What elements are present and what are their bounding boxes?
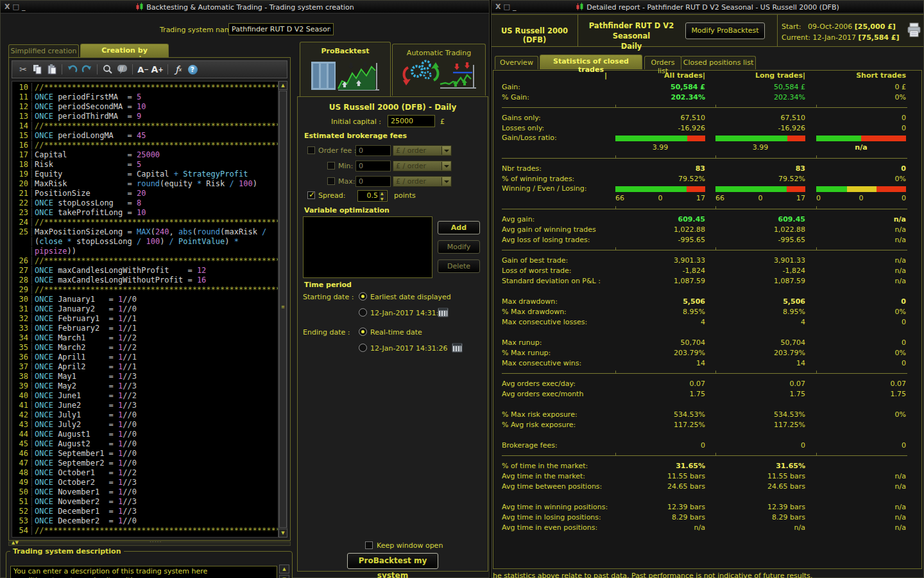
- add-variable-button[interactable]: Add: [438, 221, 480, 234]
- code-line: 38ONCE May1 = 1//3: [12, 372, 278, 381]
- statistics-table: |All trades|Long trades|Short tradesGain…: [493, 70, 922, 569]
- undo-icon[interactable]: [65, 62, 80, 76]
- chevron-down-icon[interactable]: [441, 146, 450, 155]
- cut-icon[interactable]: ✂: [16, 62, 30, 76]
- run-probacktest-button[interactable]: ProBacktest my system: [347, 553, 438, 569]
- order-fee-checkbox[interactable]: [307, 146, 315, 154]
- report-tab-closed-positions-list[interactable]: Closed positions list: [681, 56, 756, 69]
- varopt-listbox[interactable]: [303, 216, 432, 278]
- code-line: 11ONCE periodFirstMA = 5: [12, 92, 278, 102]
- code-line: 22ONCE stopLossLong = 8: [12, 198, 278, 208]
- starting-date-radio[interactable]: [359, 308, 367, 317]
- description-scroll-down-icon[interactable]: ▼: [279, 575, 289, 578]
- spinner-icon[interactable]: [379, 191, 386, 200]
- stat-row: Max consecutive wins:14140: [493, 358, 921, 369]
- scroll-down-icon[interactable]: ▼: [278, 529, 287, 538]
- ending-date-radio[interactable]: [359, 344, 367, 352]
- function-icon[interactable]: ƒx: [171, 62, 185, 76]
- description-scroll-up-icon[interactable]: ▲: [279, 565, 289, 574]
- delete-variable-button[interactable]: Delete: [438, 259, 480, 273]
- report-tab-statistics-of-closed-trades[interactable]: Statistics of closed trades: [540, 55, 642, 69]
- keep-window-checkbox[interactable]: [365, 541, 373, 549]
- ratio-bar: [615, 186, 705, 192]
- tab-automatic-trading[interactable]: Automatic Trading: [392, 44, 486, 96]
- min-fee-unit-select[interactable]: £ / order: [393, 161, 452, 171]
- max-fee-unit-select[interactable]: £ / order: [393, 176, 452, 187]
- left-titlebar: X□_ Backtesting & Automatic Trading - Tr…: [1, 1, 489, 13]
- code-line: 12ONCE periodSecondMA = 10: [12, 102, 278, 112]
- stat-value: 24.65 bars: [715, 482, 805, 491]
- scroll-thumb[interactable]: ≡: [279, 91, 287, 528]
- time-period-title: Time period: [304, 281, 352, 289]
- code-line: 35ONCE March2 = 1//2: [12, 343, 278, 353]
- stat-row: Losses only:-16,926-16,9260: [493, 123, 921, 134]
- code-line: 33ONCE February2 = 1//1: [12, 324, 278, 333]
- stat-row: % Max drawdown:8.95%8.95%0%: [493, 307, 921, 317]
- report-tab-orders-list[interactable]: Orders list: [644, 56, 681, 69]
- tab-simplified-creation[interactable]: Simplified creation: [8, 44, 79, 57]
- stat-value: -16,926: [715, 124, 805, 132]
- decrease-font-icon[interactable]: A−: [136, 62, 150, 76]
- calendar-icon[interactable]: [438, 308, 449, 317]
- stat-value: 1,087.59: [615, 277, 705, 285]
- code-editor-panel: ✂ // A− A+ ƒx ? 10//********************…: [8, 57, 291, 541]
- modify-variable-button[interactable]: Modify: [438, 240, 480, 254]
- stat-value: 0.07: [715, 380, 805, 388]
- scroll-up-icon[interactable]: ▲: [278, 81, 287, 90]
- spread-input[interactable]: 0.5: [357, 190, 388, 202]
- min-fee-input[interactable]: [355, 161, 391, 171]
- column-header: Short trades: [816, 71, 906, 80]
- tab-creation-by-programming[interactable]: Creation by programming: [80, 44, 169, 57]
- stat-row: Loss of worst trade:-1,824-1,824n/a: [493, 266, 921, 276]
- modify-probacktest-button[interactable]: Modify ProBacktest: [685, 22, 765, 39]
- description-textarea[interactable]: You can enter a description of this trad…: [10, 566, 277, 578]
- order-fee-unit-select[interactable]: £ / order: [393, 145, 452, 156]
- splitter-arrows-icon[interactable]: ▲▼: [12, 540, 19, 545]
- splitter-handle[interactable]: ▲▼ ·····: [8, 541, 291, 546]
- stat-row: Avg time between positions:24.65 bars24.…: [493, 482, 921, 492]
- code-line: 46ONCE September1 = 1//0: [12, 449, 278, 459]
- order-fee-input[interactable]: [355, 145, 391, 156]
- initial-capital-input[interactable]: [388, 115, 435, 127]
- report-tab-overview[interactable]: Overview: [495, 56, 538, 69]
- code-line: 15ONCE periodLongMA = 45: [12, 131, 278, 141]
- print-icon[interactable]: [907, 22, 921, 40]
- stat-value: n/a: [816, 267, 906, 275]
- tab-probacktest[interactable]: ProBacktest: [300, 42, 391, 97]
- system-name-input[interactable]: [228, 23, 334, 35]
- stat-value: 0.07: [816, 380, 906, 388]
- editor-scrollbar[interactable]: ▲ ≡ ▼: [278, 81, 287, 538]
- paste-icon[interactable]: [44, 62, 58, 76]
- ending-realtime-label: Real-time date: [370, 328, 422, 337]
- code-line: 28ONCE maxCandlesLongWithoutProfit = 16: [12, 276, 278, 285]
- redo-icon[interactable]: [80, 62, 94, 76]
- stat-value: 4: [615, 318, 705, 326]
- comment-icon[interactable]: //: [115, 62, 129, 76]
- stat-value: 0%: [816, 349, 906, 357]
- stat-value: n/a: [816, 503, 906, 511]
- stat-value: 203.79%: [715, 349, 805, 357]
- ratio-bar: [816, 186, 906, 192]
- max-fee-input[interactable]: [355, 176, 391, 187]
- calendar-icon[interactable]: [452, 343, 463, 353]
- increase-font-icon[interactable]: A+: [150, 62, 164, 76]
- code-editor[interactable]: 10//************************************…: [12, 81, 278, 538]
- stat-value: 1.75: [615, 390, 705, 398]
- backtesting-window: X□_ Backtesting & Automatic Trading - Tr…: [0, 0, 490, 578]
- stat-row: Gains only:67,51067,5100: [493, 113, 921, 123]
- spread-checkbox[interactable]: [307, 191, 315, 199]
- chevron-down-icon[interactable]: [441, 162, 450, 170]
- search-icon[interactable]: [101, 62, 115, 76]
- max-fee-checkbox[interactable]: [327, 177, 335, 185]
- probacktest-content: US Russell 2000 (DFB) - Daily Initial ca…: [297, 96, 488, 572]
- ending-realtime-radio[interactable]: [359, 328, 367, 336]
- svg-text://: //: [119, 66, 123, 72]
- copy-icon[interactable]: [30, 62, 44, 76]
- stat-value: 0%: [816, 175, 906, 183]
- help-icon[interactable]: ?: [185, 62, 200, 76]
- stat-bar-row: Winning / Even / Losing:: [493, 184, 921, 193]
- starting-earliest-radio[interactable]: [359, 292, 367, 301]
- chevron-down-icon[interactable]: [441, 177, 450, 186]
- min-fee-checkbox[interactable]: [327, 162, 335, 170]
- section-separator: [493, 369, 921, 379]
